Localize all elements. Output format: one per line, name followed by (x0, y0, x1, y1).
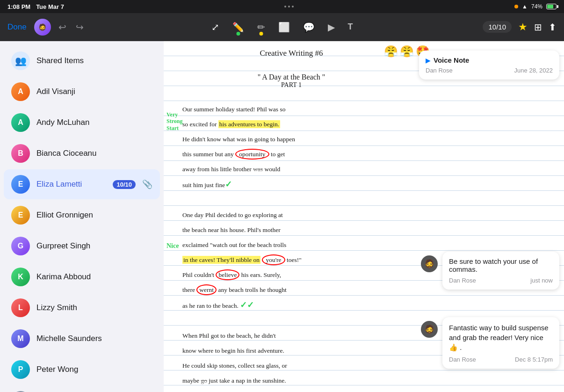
comment-commas-container: 🧔 Be sure to watch your use of commas. D… (419, 252, 564, 290)
share-button[interactable]: ⬆ (549, 22, 557, 33)
sidebar-avatar-andy: A (11, 113, 30, 132)
battery-icon (546, 4, 557, 9)
page-body: Our summer holiday started! Phil was so … (182, 102, 410, 392)
sidebar-name-gurpreet: Gurpreet Singh (36, 241, 152, 251)
sidebar-name-eliza: Eliza Lametti (36, 180, 106, 189)
wifi-icon: ▲ (522, 3, 528, 10)
eraser-tool[interactable]: ⬜ (276, 20, 292, 35)
voice-note-author: Dan Rose (426, 67, 453, 74)
sidebar-item-shared[interactable]: 👥Shared Items (4, 46, 160, 76)
sidebar-avatar-peter: P (11, 360, 30, 379)
sidebar-avatar-adil: A (11, 82, 30, 101)
page-content: Creative Writing #6 " A Day at the Beach… (164, 41, 419, 392)
comment-suspense-card: Fantastic way to build suspense and grab… (442, 317, 559, 369)
comment-tool[interactable]: 💬 (301, 20, 317, 35)
sidebar-name-michelle: Michelle Saunders (36, 334, 152, 343)
voice-note-title: Voice Note (434, 56, 469, 64)
sidebar-item-andy[interactable]: AAndy McLuhan (4, 108, 160, 138)
play-tool[interactable]: ▶ (326, 20, 337, 35)
sidebar-avatar-bianca: B (11, 144, 30, 163)
star-button[interactable]: ★ (518, 21, 528, 33)
sidebar-name-adil: Adil Visanji (36, 87, 152, 96)
comments-panel: ▶ Voice Note Dan Rose June 28, 2022 🧔 (419, 41, 564, 392)
undo-button[interactable]: ↩ (57, 20, 68, 35)
sidebar-name-lizzy: Lizzy Smith (36, 303, 152, 312)
comment-suspense-text: Fantastic way to build suspense and grab… (449, 323, 553, 352)
voice-note-date: June 28, 2022 (514, 67, 553, 74)
status-bar: 1:08 PM Tue Mar 7 ▲ 74% (0, 0, 564, 13)
user-avatar[interactable]: 🧔 (34, 19, 51, 36)
redo-button[interactable]: ↪ (74, 20, 86, 35)
sidebar: 👥Shared ItemsAAdil VisanjiAAndy McLuhanB… (0, 41, 164, 392)
sidebar-item-bianca[interactable]: BBianca Cioceanu (4, 138, 160, 168)
sidebar-avatar-michelle: M (11, 329, 30, 348)
page-subtitle: " A Day at the Beach " (164, 73, 419, 81)
status-time: 1:08 PM (7, 3, 30, 10)
sidebar-item-peter[interactable]: PPeter Wong (4, 355, 160, 385)
status-date: Tue Mar 7 (36, 3, 64, 10)
text-tool[interactable]: T (346, 20, 355, 34)
sidebar-badge-eliza: 10/10 (113, 180, 136, 189)
recording-indicator (514, 5, 518, 8)
sidebar-item-lizzy[interactable]: LLizzy Smith (4, 293, 160, 323)
status-center-dots (284, 6, 294, 7)
toolbar-right: 10/10 ★ ⊞ ⬆ (483, 21, 557, 33)
sidebar-name-peter: Peter Wong (36, 365, 152, 374)
layers-button[interactable]: ⊞ (534, 22, 542, 33)
done-button[interactable]: Done (7, 22, 27, 32)
comment-suspense-author: Dan Rose (449, 356, 476, 363)
sidebar-item-eliza[interactable]: EEliza Lametti10/10📎 (4, 169, 160, 199)
comment-avatar-dan: 🧔 (421, 255, 438, 272)
sidebar-item-michelle[interactable]: MMichelle Saunders (4, 324, 160, 354)
sidebar-name-karima: Karima Abboud (36, 272, 152, 282)
comment-commas-text: Be sure to watch your use of commas. (449, 257, 553, 273)
annotation-nice: Nice (166, 242, 179, 250)
sidebar-item-karima[interactable]: KKarima Abboud (4, 262, 160, 292)
sidebar-name-shared: Shared Items (36, 56, 152, 65)
main-content: 👥Shared ItemsAAdil VisanjiAAndy McLuhanB… (0, 41, 564, 392)
sidebar-avatar-shared: 👥 (11, 51, 30, 70)
sidebar-clip-eliza: 📎 (142, 179, 152, 189)
notebook-page: 😤😤🤩 Creative Writing #6 " A Day at the B… (164, 41, 564, 392)
comment-suspense-date: Dec 8 5:17pm (515, 356, 553, 363)
annotation-very-strong-start: VeryStrongStart (166, 111, 182, 131)
page-title: Creative Writing #6 (164, 49, 419, 58)
document-area: 😤😤🤩 Creative Writing #6 " A Day at the B… (164, 41, 564, 392)
pen-tool[interactable]: ✏️ (231, 20, 246, 35)
sidebar-avatar-lizzy: L (11, 298, 30, 317)
voice-note-card: ▶ Voice Note Dan Rose June 28, 2022 (419, 51, 559, 80)
sidebar-item-sani[interactable]: SSani Umaru (4, 385, 160, 392)
comment-commas-date: just now (530, 277, 553, 284)
sidebar-item-elliot[interactable]: EElliot Gronnigen (4, 200, 160, 230)
sidebar-avatar-karima: K (11, 268, 30, 286)
comment-commas-card: Be sure to watch your use of commas. Dan… (442, 252, 559, 290)
sidebar-avatar-gurpreet: G (11, 237, 30, 255)
sidebar-item-gurpreet[interactable]: GGurpreet Singh (4, 231, 160, 261)
sidebar-name-bianca: Bianca Cioceanu (36, 149, 152, 158)
sidebar-avatar-eliza: E (11, 175, 30, 194)
battery-percent: 74% (531, 3, 542, 10)
comment-avatar-dan2: 🧔 (421, 321, 438, 338)
sidebar-item-adil[interactable]: AAdil Visanji (4, 77, 160, 107)
comment-suspense-container: 🧔 Fantastic way to build suspense and gr… (419, 317, 564, 369)
toolbar-center-tools: ⤢ ✏️ ✏ ⬜ 💬 ▶ T (210, 20, 355, 35)
sidebar-name-andy: Andy McLuhan (36, 118, 152, 127)
status-right: ▲ 74% (514, 3, 557, 10)
expand-icon[interactable]: ⤢ (210, 20, 221, 35)
highlighter-tool[interactable]: ✏ (255, 20, 267, 35)
comment-commas-author: Dan Rose (449, 277, 476, 284)
toolbar: Done 🧔 ↩ ↪ ⤢ ✏️ ✏ ⬜ 💬 ▶ T 10/10 ★ ⊞ ⬆ (0, 13, 564, 41)
sidebar-name-elliot: Elliot Gronnigen (36, 211, 152, 220)
score-badge: 10/10 (483, 21, 512, 33)
sidebar-avatar-elliot: E (11, 206, 30, 225)
page-part: PART 1 (164, 81, 419, 89)
